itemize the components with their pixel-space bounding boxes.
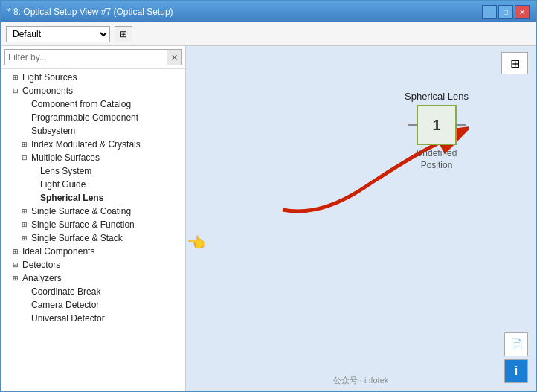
tree-item-subsystem[interactable]: Subsystem <box>1 124 185 138</box>
tree-label: Single Surface & Function <box>31 219 135 230</box>
tree-item-programmable[interactable]: Programmable Component <box>1 111 185 124</box>
connector-right <box>457 124 466 126</box>
expand-icon <box>19 112 30 123</box>
tree-item-coordinate-break[interactable]: Coordinate Break <box>1 285 185 298</box>
component-top-label: Spherical Lens <box>405 91 469 102</box>
tree-item-lens-system[interactable]: Lens System <box>1 164 185 178</box>
expand-icon <box>28 179 39 190</box>
tree-label: Spherical Lens <box>40 193 103 203</box>
toolbar: Default ⊞ <box>1 22 536 46</box>
tree-item-light-sources[interactable]: ⊞Light Sources <box>1 71 185 84</box>
tree-label: Multiple Surfaces <box>31 152 100 163</box>
toolbar-icon-button[interactable]: ⊞ <box>115 26 132 42</box>
expand-icon <box>28 166 39 176</box>
expand-icon[interactable]: ⊞ <box>19 206 30 216</box>
expand-icon <box>19 286 30 297</box>
grid-view-icon: ⊞ <box>510 57 520 71</box>
tree-item-analyzers[interactable]: ⊞Analyzers <box>1 271 185 285</box>
expand-icon[interactable]: ⊞ <box>10 246 21 257</box>
expand-icon[interactable]: ⊟ <box>10 260 21 270</box>
info-icon-button[interactable]: i <box>504 359 528 383</box>
tree-label: Analyzers <box>22 273 62 283</box>
component-inner-box[interactable]: 1 <box>417 105 457 145</box>
expand-icon[interactable]: ⊞ <box>19 139 30 150</box>
minimize-button[interactable]: — <box>482 5 497 19</box>
tree-item-single-surface-coating[interactable]: ⊞Single Surface & Coating <box>1 205 185 218</box>
document-icon: 📄 <box>510 338 523 350</box>
expand-icon[interactable]: ⊟ <box>19 152 30 163</box>
expand-icon <box>19 313 30 324</box>
filter-bar: ✕ <box>1 46 185 69</box>
expand-icon[interactable]: ⊞ <box>10 273 21 283</box>
bottom-right-icons: 📄 i <box>504 332 528 383</box>
title-bar: * 8: Optical Setup View #7 (Optical Setu… <box>1 1 536 22</box>
tree-item-spherical-lens[interactable]: Spherical Lens <box>1 191 185 205</box>
left-panel: ✕ ⊞Light Sources⊟ComponentsComponent fro… <box>1 46 186 391</box>
grid-icon: ⊞ <box>120 29 127 39</box>
tree-label: Universal Detector <box>31 313 105 324</box>
tree-item-components[interactable]: ⊟Components <box>1 84 185 97</box>
expand-icon <box>19 126 30 136</box>
close-button[interactable]: ✕ <box>515 5 530 19</box>
hand-cursor-icon: 👉 <box>187 234 206 251</box>
expand-icon[interactable]: ⊞ <box>19 233 30 243</box>
expand-icon <box>19 300 30 310</box>
tree-item-component-catalog[interactable]: Component from Catalog <box>1 97 185 111</box>
expand-icon[interactable]: ⊞ <box>10 72 21 83</box>
tree-item-single-surface-stack[interactable]: ⊞Single Surface & Stack <box>1 231 185 245</box>
component-bottom-label: Undefined Position <box>417 148 457 171</box>
tree-label: Programmable Component <box>31 112 138 123</box>
top-right-icon-button[interactable]: ⊞ <box>501 52 528 74</box>
component-tree: ⊞Light Sources⊟ComponentsComponent from … <box>1 69 185 391</box>
component-block: 1 <box>408 105 466 145</box>
tree-item-multiple-surfaces[interactable]: ⊟Multiple Surfaces <box>1 151 185 164</box>
tree-label: Light Guide <box>40 179 86 190</box>
watermark: 公众号 · infotek <box>333 375 389 386</box>
canvas-panel[interactable]: ⊞ 👉 Spherical Lens <box>186 46 536 391</box>
tree-item-detectors[interactable]: ⊟Detectors <box>1 258 185 271</box>
tree-label: Single Surface & Coating <box>31 206 131 216</box>
tree-label: Camera Detector <box>31 300 99 310</box>
main-window: * 8: Optical Setup View #7 (Optical Setu… <box>0 0 537 392</box>
tree-label: Light Sources <box>22 72 77 83</box>
info-icon: i <box>515 364 518 378</box>
filter-input[interactable] <box>4 49 167 65</box>
tree-label: Single Surface & Stack <box>31 233 123 243</box>
tree-item-single-surface-function[interactable]: ⊞Single Surface & Function <box>1 218 185 231</box>
document-icon-button[interactable]: 📄 <box>504 332 528 356</box>
window-title: * 8: Optical Setup View #7 (Optical Setu… <box>7 7 173 17</box>
connector-left <box>408 124 417 126</box>
expand-icon <box>28 193 39 203</box>
expand-icon <box>19 99 30 109</box>
tree-label: Subsystem <box>31 126 75 136</box>
tree-label: Index Modulated & Crystals <box>31 139 141 150</box>
tree-label: Components <box>22 86 73 96</box>
tree-label: Coordinate Break <box>31 286 100 297</box>
tree-label: Lens System <box>40 166 91 176</box>
tree-label: Component from Catalog <box>31 99 131 109</box>
tree-item-index-modulated[interactable]: ⊞Index Modulated & Crystals <box>1 138 185 151</box>
tree-item-universal-detector[interactable]: Universal Detector <box>1 312 185 325</box>
tree-item-light-guide[interactable]: Light Guide <box>1 178 185 191</box>
main-content: ✕ ⊞Light Sources⊟ComponentsComponent fro… <box>1 46 536 391</box>
expand-icon[interactable]: ⊟ <box>10 86 21 96</box>
component-box: Spherical Lens 1 Undefined Position <box>405 91 469 171</box>
maximize-button[interactable]: □ <box>498 5 513 19</box>
filter-clear-button[interactable]: ✕ <box>167 49 182 65</box>
tree-item-ideal-components[interactable]: ⊞Ideal Components <box>1 245 185 258</box>
window-controls: — □ ✕ <box>482 5 530 19</box>
expand-icon[interactable]: ⊞ <box>19 219 30 230</box>
tree-label: Detectors <box>22 260 60 270</box>
profile-dropdown[interactable]: Default <box>6 26 110 42</box>
tree-item-camera-detector[interactable]: Camera Detector <box>1 298 185 312</box>
tree-label: Ideal Components <box>22 246 94 257</box>
